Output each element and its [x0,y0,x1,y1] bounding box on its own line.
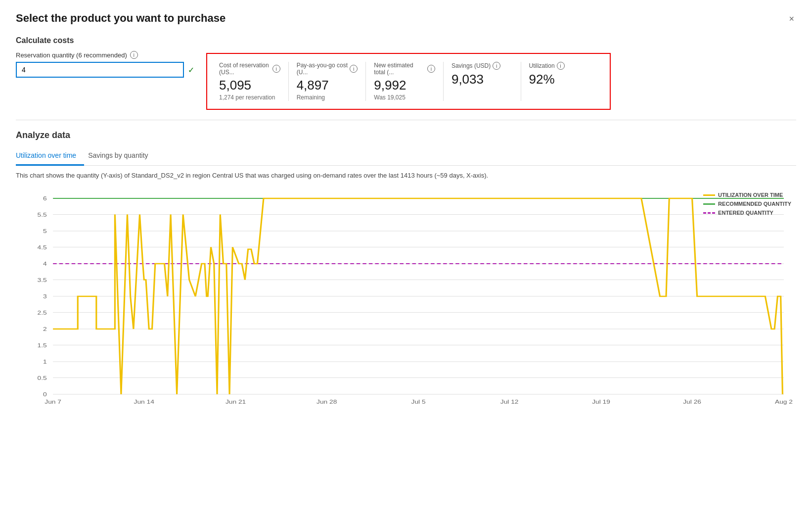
svg-text:1: 1 [43,359,47,365]
calculate-section: Calculate costs Reservation quantity (6 … [16,36,796,110]
svg-text:Jun 28: Jun 28 [316,399,337,405]
calculate-label: Calculate costs [16,36,796,45]
svg-text:3: 3 [43,293,47,300]
legend-recommended-line [703,203,715,205]
svg-text:1.5: 1.5 [37,342,46,349]
metric-item: Cost of reservation (US... i 5,095 1,274… [219,62,289,101]
chart-svg: .grid-line { stroke: #ddd; stroke-width:… [16,187,796,405]
reservation-qty-info-icon[interactable]: i [130,51,138,59]
dialog-header: Select the product you want to purchase … [16,12,796,26]
reservation-qty-label: Reservation quantity (6 recommended) i [16,51,194,59]
svg-text:3.5: 3.5 [37,277,46,283]
legend-entered: ENTERED QUANTITY [703,210,791,216]
legend-recommended-label: RECOMMENDED QUANTITY [718,201,791,207]
metric-label: Pay-as-you-go cost (U... i [297,62,358,76]
chart-legend: UTILIZATION OVER TIME RECOMMENDED QUANTI… [703,192,791,216]
svg-text:5.5: 5.5 [37,212,46,218]
tab-savings-by-quantity[interactable]: Savings by quantity [88,147,156,166]
svg-text:Jun 7: Jun 7 [45,399,61,405]
metric-label: Utilization i [529,62,590,70]
metric-info-icon[interactable]: i [493,62,500,70]
close-button[interactable]: × [787,12,796,26]
metric-value: 9,033 [451,72,513,87]
metric-label: New estimated total (... i [374,62,435,76]
svg-text:2.5: 2.5 [37,310,46,316]
chart-description: This chart shows the quantity (Y-axis) o… [16,172,796,179]
dialog-container: Select the product you want to purchase … [16,12,796,405]
analyze-section: Analyze data Utilization over time Savin… [16,130,796,405]
reservation-qty-input[interactable] [16,62,184,78]
metric-label: Savings (USD) i [451,62,513,70]
section-divider [16,120,796,120]
metric-info-icon[interactable]: i [427,65,435,73]
metric-item: Utilization i 92% [521,62,598,101]
metric-item: New estimated total (... i 9,992 Was 19,… [366,62,444,101]
legend-entered-line [703,212,715,214]
metric-item: Savings (USD) i 9,033 [444,62,521,101]
metric-info-icon[interactable]: i [557,62,565,70]
svg-text:0.5: 0.5 [37,375,46,381]
svg-text:Jul 26: Jul 26 [683,399,701,405]
metric-info-icon[interactable]: i [350,65,358,73]
metric-value: 92% [529,72,590,87]
svg-text:4: 4 [43,261,47,267]
metric-item: Pay-as-you-go cost (U... i 4,897 Remaini… [289,62,366,101]
dialog-title: Select the product you want to purchase [16,12,226,25]
metric-sub: 1,274 per reservation [219,94,280,101]
svg-text:Jun 21: Jun 21 [226,399,246,405]
tab-utilization-over-time[interactable]: Utilization over time [16,147,84,166]
metrics-box: Cost of reservation (US... i 5,095 1,274… [206,53,611,110]
input-row: ✓ [16,62,194,78]
legend-entered-label: ENTERED QUANTITY [718,210,773,216]
legend-recommended: RECOMMENDED QUANTITY [703,201,791,207]
metric-value: 5,095 [219,78,280,93]
svg-text:4.5: 4.5 [37,244,46,251]
legend-utilization: UTILIZATION OVER TIME [703,192,791,198]
metric-value: 9,992 [374,78,435,93]
metric-label: Cost of reservation (US... i [219,62,280,76]
svg-text:Jun 14: Jun 14 [134,399,154,405]
metric-sub: Remaining [297,94,358,101]
svg-text:6: 6 [43,195,47,202]
chart-area: .grid-line { stroke: #ddd; stroke-width:… [16,187,796,405]
legend-utilization-label: UTILIZATION OVER TIME [718,192,783,198]
analyze-title: Analyze data [16,130,796,140]
svg-text:0: 0 [43,391,47,398]
metric-sub: Was 19,025 [374,94,435,101]
checkmark-icon: ✓ [188,65,194,75]
svg-text:2: 2 [43,326,47,332]
tabs-container: Utilization over time Savings by quantit… [16,147,796,166]
svg-text:Jul 19: Jul 19 [592,399,610,405]
metric-info-icon[interactable]: i [272,65,280,73]
svg-text:Jul 5: Jul 5 [411,399,426,405]
svg-text:Aug 2: Aug 2 [775,399,793,405]
legend-utilization-line [703,194,715,196]
svg-text:5: 5 [43,228,47,234]
metric-value: 4,897 [297,78,358,93]
svg-text:Jul 12: Jul 12 [500,399,519,405]
